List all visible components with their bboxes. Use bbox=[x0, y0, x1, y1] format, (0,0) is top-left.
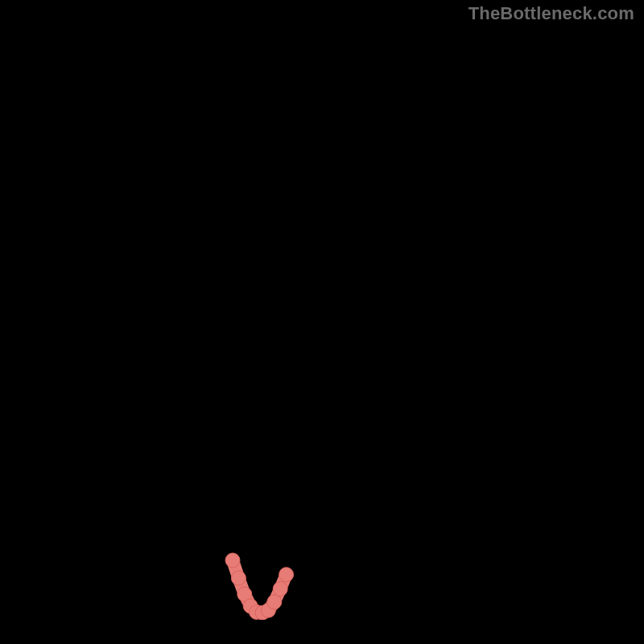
marker-dot bbox=[279, 568, 294, 582]
plot-area bbox=[24, 24, 620, 620]
attribution-text: TheBottleneck.com bbox=[469, 3, 634, 24]
marker-dot bbox=[273, 582, 287, 597]
plot-svg bbox=[24, 24, 620, 620]
marker-dot bbox=[267, 595, 282, 609]
chart-frame: TheBottleneck.com bbox=[0, 0, 644, 644]
gradient-background bbox=[24, 24, 620, 620]
marker-dot bbox=[231, 571, 246, 585]
marker-dot bbox=[225, 553, 240, 568]
